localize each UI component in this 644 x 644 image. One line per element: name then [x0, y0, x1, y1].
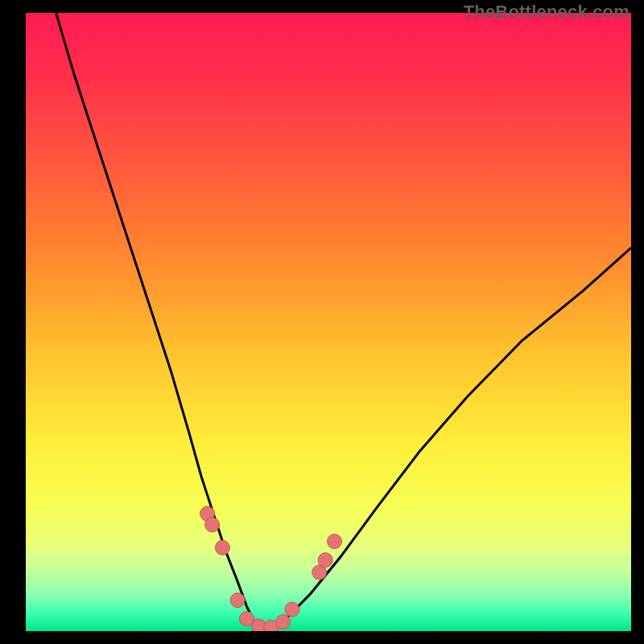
data-marker: [230, 593, 245, 608]
data-marker: [318, 553, 332, 568]
curve-markers: [200, 506, 342, 631]
data-marker: [205, 518, 220, 532]
data-marker: [328, 535, 342, 549]
plot-area: [26, 13, 631, 631]
bottleneck-curve: [56, 13, 631, 628]
curve-layer: [26, 13, 631, 631]
data-marker: [276, 615, 291, 630]
chart-frame: TheBottleneck.com: [0, 0, 644, 644]
data-marker: [285, 602, 299, 617]
watermark-text: TheBottleneck.com: [464, 2, 630, 23]
data-marker: [215, 540, 229, 555]
